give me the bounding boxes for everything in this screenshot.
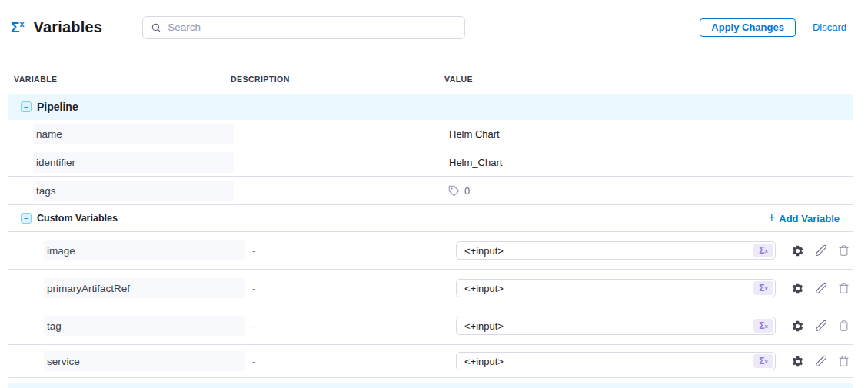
sigma-glyph: Σ — [759, 356, 764, 366]
topbar: Σx Variables Apply Changes Discard — [0, 0, 868, 55]
sigma-glyph: Σ — [11, 19, 19, 35]
sigma-glyph: Σ — [759, 320, 764, 331]
variable-name-label: identifier — [33, 152, 234, 173]
variable-value-input[interactable]: <+input> Σx — [456, 241, 776, 260]
table-row: identifier Helm_Chart — [8, 148, 853, 177]
section-header-custom-variables: − Custom Variables + Add Variable — [8, 205, 853, 232]
description-value: - — [231, 283, 255, 294]
expression-chip-icon[interactable]: Σx — [753, 354, 773, 368]
section-label: Custom Variables — [37, 213, 118, 224]
edit-icon[interactable] — [815, 355, 827, 367]
variable-value-input[interactable]: <+input> Σx — [456, 279, 776, 297]
value-cell: <+input> Σx — [444, 352, 850, 370]
input-value-text: <+input> — [464, 356, 753, 367]
add-variable-label: Add Variable — [779, 213, 840, 224]
collapse-minus-icon[interactable]: − — [21, 101, 32, 112]
sigma-sup-glyph: x — [764, 323, 767, 330]
tags-count: 0 — [464, 185, 470, 197]
plus-icon: + — [768, 211, 775, 224]
variable-value: Helm_Chart — [444, 157, 502, 168]
value-cell: <+input> Σx — [444, 317, 850, 335]
settings-icon[interactable] — [791, 244, 804, 257]
variable-value: Helm Chart — [444, 128, 500, 140]
table-row: tag - <+input> Σx — [8, 307, 853, 345]
variable-name-label: name — [33, 124, 234, 144]
variable-name-label: tag — [44, 316, 245, 336]
tags-cell: 0 — [444, 185, 847, 197]
variable-name-label: service — [44, 351, 245, 371]
tag-icon — [448, 185, 460, 197]
description-value: - — [231, 356, 255, 367]
search-box — [142, 16, 465, 39]
description-value: - — [231, 320, 255, 332]
section-label: Pipeline — [37, 101, 78, 113]
table-header-row: VARIABLE DESCRIPTION VALUE — [8, 55, 853, 94]
value-cell: <+input> Σx — [444, 241, 850, 260]
topbar-actions: Apply Changes Discard — [700, 18, 846, 37]
edit-icon[interactable] — [815, 244, 827, 257]
collapse-minus-icon[interactable]: − — [21, 213, 32, 224]
input-value-text: <+input> — [464, 320, 753, 332]
section-header-pipeline: − Pipeline — [8, 94, 853, 120]
column-header-variable: VARIABLE — [14, 75, 231, 84]
expression-sigma-icon: Σx — [11, 20, 25, 35]
delete-icon[interactable] — [838, 244, 850, 257]
expression-chip-icon[interactable]: Σx — [753, 244, 773, 257]
sigma-sup-glyph: x — [764, 285, 767, 292]
sigma-glyph: Σ — [759, 283, 764, 293]
column-header-description: DESCRIPTION — [231, 75, 444, 84]
table-row: image - <+input> Σx — [8, 232, 853, 270]
edit-icon[interactable] — [815, 320, 827, 332]
table-row: tags 0 — [8, 177, 853, 205]
settings-icon[interactable] — [791, 320, 804, 333]
variable-value-input[interactable]: <+input> Σx — [456, 317, 776, 335]
variable-name-label: image — [44, 240, 245, 260]
discard-button[interactable]: Discard — [813, 22, 846, 33]
variable-value-input[interactable]: <+input> Σx — [456, 352, 776, 370]
delete-icon[interactable] — [838, 282, 850, 294]
settings-icon[interactable] — [791, 282, 804, 295]
table-row: primaryArtifactRef - <+input> Σx — [8, 270, 853, 307]
sigma-sup-glyph: x — [764, 247, 767, 254]
sigma-sup-glyph: x — [19, 19, 24, 28]
column-header-value: VALUE — [444, 75, 847, 84]
variables-panel: Σx Variables Apply Changes Discard VARIA… — [0, 0, 868, 378]
delete-icon[interactable] — [838, 320, 850, 332]
sigma-sup-glyph: x — [764, 358, 767, 365]
variables-table: VARIABLE DESCRIPTION VALUE − Pipeline na… — [8, 55, 853, 378]
page-title: Variables — [34, 18, 103, 36]
settings-icon[interactable] — [791, 355, 804, 368]
next-section-partial-row — [8, 383, 853, 388]
input-value-text: <+input> — [464, 245, 753, 257]
value-cell: <+input> Σx — [444, 279, 850, 297]
add-variable-button[interactable]: + Add Variable — [768, 213, 847, 224]
table-row: name Helm Chart — [8, 120, 853, 148]
edit-icon[interactable] — [815, 282, 827, 294]
search-input[interactable] — [168, 22, 457, 33]
variable-name-label: tags — [33, 181, 234, 201]
table-row: service - <+input> Σx — [8, 345, 853, 378]
sigma-glyph: Σ — [759, 245, 764, 256]
apply-changes-button[interactable]: Apply Changes — [700, 18, 796, 37]
delete-icon[interactable] — [838, 355, 850, 367]
description-value: - — [231, 245, 255, 257]
expression-chip-icon[interactable]: Σx — [753, 281, 773, 295]
search-icon — [151, 22, 161, 33]
input-value-text: <+input> — [464, 283, 753, 294]
expression-chip-icon[interactable]: Σx — [753, 319, 773, 333]
variable-name-label: primaryArtifactRef — [44, 278, 245, 298]
